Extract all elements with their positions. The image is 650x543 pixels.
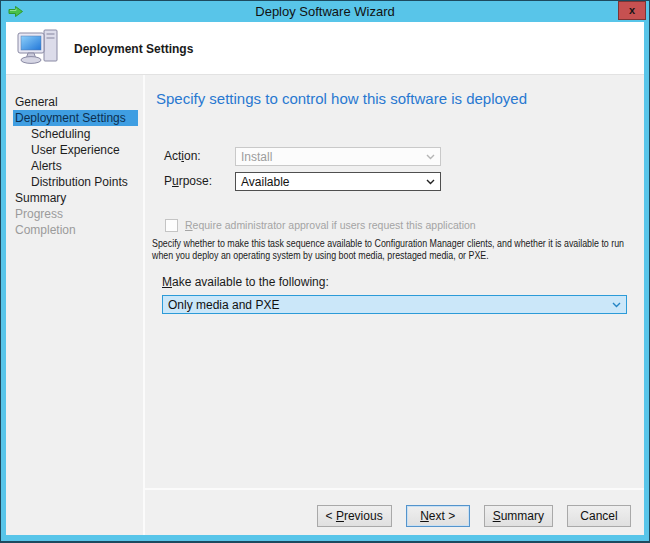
nav-item-progress: Progress bbox=[13, 206, 138, 222]
nav-item-distribution-points[interactable]: Distribution Points bbox=[13, 174, 138, 190]
nav-item-summary[interactable]: Summary bbox=[13, 190, 138, 206]
cancel-button[interactable]: Cancel bbox=[567, 505, 631, 527]
nav-item-user-experience[interactable]: User Experience bbox=[13, 142, 138, 158]
close-icon: x bbox=[629, 5, 635, 16]
previous-button[interactable]: < Previous bbox=[317, 505, 392, 527]
chevron-down-icon bbox=[612, 302, 621, 308]
action-label: Action: bbox=[164, 149, 201, 163]
approval-checkbox bbox=[165, 219, 178, 232]
make-available-label: Make available to the following: bbox=[162, 275, 329, 289]
wizard-nav: General Deployment Settings Scheduling U… bbox=[6, 75, 145, 535]
wizard-body: General Deployment Settings Scheduling U… bbox=[6, 75, 644, 535]
nav-item-general[interactable]: General bbox=[13, 94, 138, 110]
make-available-dropdown[interactable]: Only media and PXE bbox=[162, 295, 627, 314]
action-dropdown-value: Install bbox=[241, 150, 272, 164]
title-bar[interactable]: Deploy Software Wizard x bbox=[1, 1, 649, 22]
task-sequence-description: Specify whether to make this task sequen… bbox=[152, 237, 635, 261]
close-button[interactable]: x bbox=[618, 1, 646, 20]
make-available-dropdown-value: Only media and PXE bbox=[168, 298, 279, 312]
nav-item-completion: Completion bbox=[13, 222, 138, 238]
wizard-header: Deployment Settings bbox=[6, 22, 644, 75]
nav-item-alerts[interactable]: Alerts bbox=[13, 158, 138, 174]
action-dropdown: Install bbox=[235, 147, 441, 166]
nav-item-deployment-settings[interactable]: Deployment Settings bbox=[13, 110, 138, 126]
footer-buttons: < Previous Next > Summary Cancel bbox=[145, 505, 644, 527]
purpose-label: Purpose: bbox=[164, 174, 212, 188]
purpose-dropdown-value: Available bbox=[241, 175, 289, 189]
deploy-software-wizard-window: Deploy Software Wizard x bbox=[0, 0, 650, 543]
next-button[interactable]: Next > bbox=[406, 505, 470, 527]
approval-checkbox-label: Require administrator approval if users … bbox=[185, 219, 476, 231]
purpose-dropdown[interactable]: Available bbox=[235, 172, 441, 191]
wizard-client-area: Deployment Settings General Deployment S… bbox=[6, 22, 644, 535]
content-heading: Specify settings to control how this sof… bbox=[156, 90, 527, 107]
summary-button[interactable]: Summary bbox=[484, 505, 553, 527]
chevron-down-icon bbox=[426, 154, 435, 160]
window-title: Deploy Software Wizard bbox=[1, 4, 649, 19]
page-title: Deployment Settings bbox=[74, 42, 193, 56]
footer-divider bbox=[145, 488, 644, 490]
chevron-down-icon bbox=[426, 179, 435, 185]
nav-item-scheduling[interactable]: Scheduling bbox=[13, 126, 138, 142]
computer-icon bbox=[16, 26, 62, 74]
wizard-content: Specify settings to control how this sof… bbox=[145, 75, 644, 535]
